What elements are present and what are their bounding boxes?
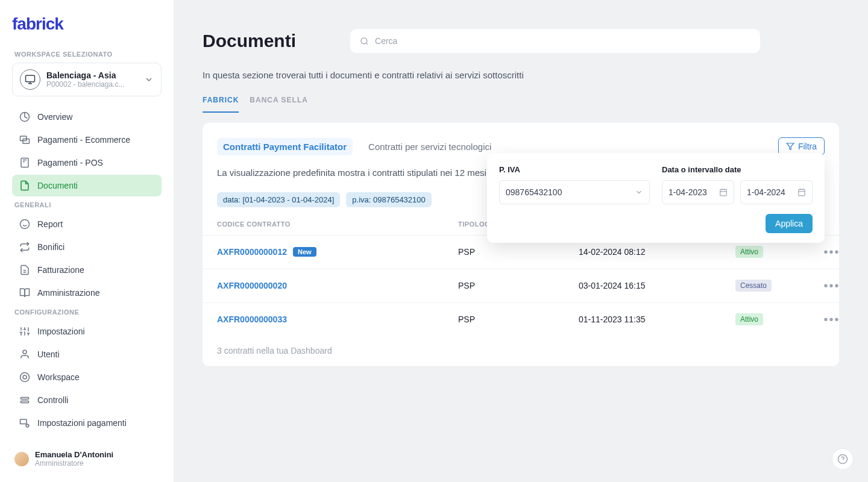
contract-date: 01-11-2023 11:35 xyxy=(579,315,735,324)
apply-button[interactable]: Applica xyxy=(766,214,813,233)
section-label: GENERALI xyxy=(14,201,162,208)
sidebar-item-label: Bonifici xyxy=(37,242,64,252)
sidebar-item-label: Workspace xyxy=(37,372,80,382)
filter-button-label: Filtra xyxy=(798,142,817,151)
calendar-icon xyxy=(797,188,806,196)
workspace-sub: P00002 - balenciaga.c... xyxy=(46,80,138,89)
sidebar-item-impostazioni[interactable]: Impostazioni xyxy=(12,321,162,342)
search-box[interactable] xyxy=(350,29,760,53)
row-actions[interactable]: ••• xyxy=(820,279,844,293)
page-description: In questa sezione troverai tutti i docum… xyxy=(203,70,839,80)
svg-marker-32 xyxy=(787,143,794,150)
inner-tab[interactable]: Contratti Payment Facilitator xyxy=(217,138,353,155)
col-code: CODICE CONTRATTO xyxy=(217,221,458,228)
documenti-icon xyxy=(19,180,30,191)
filter-date-from[interactable]: 1-04-2023 xyxy=(662,180,734,204)
svg-rect-37 xyxy=(799,189,805,196)
filter-date-to-value: 1-04-2024 xyxy=(747,187,785,197)
contract-code[interactable]: AXFR0000000012New xyxy=(217,247,458,257)
sidebar-item-documenti[interactable]: Documenti xyxy=(12,175,162,196)
filter-chip[interactable]: p.iva: 098765432100 xyxy=(346,192,431,207)
filter-icon xyxy=(786,142,794,151)
svg-point-23 xyxy=(23,350,27,354)
row-actions[interactable]: ••• xyxy=(820,313,844,327)
svg-point-29 xyxy=(26,424,29,427)
brand-logo: fabrick xyxy=(12,14,162,34)
monitor-icon xyxy=(20,69,40,90)
chevron-down-icon xyxy=(144,75,154,84)
filter-date-from-value: 1-04-2023 xyxy=(668,187,707,197)
main-content: Documenti In questa sezione troverai tut… xyxy=(174,0,868,482)
imp-pag-icon xyxy=(19,418,30,428)
filter-piva-label: P. IVA xyxy=(499,165,650,174)
filter-piva-select[interactable]: 098765432100 xyxy=(499,180,650,204)
contract-date: 14-02-2024 08:12 xyxy=(579,247,735,257)
svg-point-25 xyxy=(23,375,27,379)
sidebar-item-report[interactable]: Report xyxy=(12,213,162,235)
report-icon xyxy=(19,219,30,230)
row-actions[interactable]: ••• xyxy=(820,245,844,259)
contract-code[interactable]: AXFR0000000020 xyxy=(217,281,458,290)
sidebar-item-workspace[interactable]: Workspace xyxy=(12,366,162,388)
sidebar-item-pag-ecom[interactable]: Pagamenti - Ecommerce xyxy=(12,129,162,151)
sidebar-item-fatturazione[interactable]: Fatturazione xyxy=(12,259,162,281)
contract-type: PSP xyxy=(458,281,579,290)
search-icon xyxy=(360,37,369,46)
table-row: AXFR0000000020PSP03-01-2024 16:15Cessato… xyxy=(203,269,839,302)
sidebar-item-bonifici[interactable]: Bonifici xyxy=(12,236,162,258)
outer-tab[interactable]: FABRICK xyxy=(203,96,239,113)
utenti-icon xyxy=(19,349,30,360)
sidebar-item-label: Impostazioni pagamenti xyxy=(37,418,127,428)
search-input[interactable] xyxy=(375,36,750,46)
filter-chip[interactable]: data: [01-04-2023 - 01-04-2024] xyxy=(217,192,340,207)
sidebar-item-label: Report xyxy=(37,219,63,229)
filter-date-label: Data o intervallo date xyxy=(662,165,813,174)
documents-card: Contratti Payment FacilitatorContratti p… xyxy=(203,123,839,366)
sidebar: fabrick WORKSPACE SELEZIONATO Balenciaga… xyxy=(0,0,174,482)
avatar xyxy=(14,452,29,466)
svg-point-24 xyxy=(20,373,30,382)
contract-state: Cessato xyxy=(735,280,820,292)
sidebar-item-utenti[interactable]: Utenti xyxy=(12,343,162,365)
filter-date-to[interactable]: 1-04-2024 xyxy=(740,180,813,204)
svg-rect-0 xyxy=(26,75,35,82)
pag-ecom-icon xyxy=(19,134,30,145)
new-badge: New xyxy=(293,247,316,257)
sidebar-item-label: Impostazioni xyxy=(37,327,85,336)
contract-code[interactable]: AXFR0000000033 xyxy=(217,315,458,324)
section-label: CONFIGURAZIONE xyxy=(14,308,162,316)
impostazioni-icon xyxy=(19,326,30,337)
svg-rect-27 xyxy=(20,401,29,403)
contract-state: Attivo xyxy=(735,246,820,258)
workspace-selector[interactable]: Balenciaga - Asia P00002 - balenciaga.c.… xyxy=(12,63,162,96)
calendar-icon xyxy=(719,188,728,196)
sidebar-item-amministrazione[interactable]: Amministrazione xyxy=(12,282,162,304)
contract-state: Attivo xyxy=(735,313,820,325)
workspace-name: Balenciaga - Asia xyxy=(46,70,138,80)
sidebar-item-imp-pag[interactable]: Impostazioni pagamenti xyxy=(12,412,162,434)
amministrazione-icon xyxy=(19,287,30,298)
outer-tab[interactable]: BANCA SELLA xyxy=(250,96,308,113)
inner-tab[interactable]: Contratti per servizi tecnologici xyxy=(362,138,497,155)
controlli-icon xyxy=(19,395,30,405)
svg-rect-33 xyxy=(720,189,727,196)
sidebar-item-label: Pagamenti - Ecommerce xyxy=(37,135,130,145)
sidebar-item-overview[interactable]: Overview xyxy=(12,106,162,128)
sidebar-item-label: Documenti xyxy=(37,181,78,190)
svg-rect-28 xyxy=(20,419,27,424)
table-footer: 3 contratti nella tua Dashboard xyxy=(203,336,839,355)
sidebar-item-label: Fatturazione xyxy=(37,265,84,275)
filter-piva-value: 098765432100 xyxy=(506,187,562,197)
svg-point-30 xyxy=(361,37,367,43)
contract-type: PSP xyxy=(458,315,579,324)
sidebar-user[interactable]: Emanuela D'Antonini Amministratore xyxy=(12,445,162,472)
workspace-section-label: WORKSPACE SELEZIONATO xyxy=(14,51,162,58)
sidebar-item-label: Utenti xyxy=(37,349,60,359)
user-name: Emanuela D'Antonini xyxy=(35,450,113,459)
help-button[interactable] xyxy=(832,448,854,470)
sidebar-item-pag-pos[interactable]: Pagamenti - POS xyxy=(12,152,162,174)
sidebar-item-controlli[interactable]: Controlli xyxy=(12,389,162,411)
filter-panel: P. IVA 098765432100 Data o intervallo da… xyxy=(487,153,825,243)
pag-pos-icon xyxy=(19,157,30,168)
sidebar-item-label: Overview xyxy=(37,112,72,122)
